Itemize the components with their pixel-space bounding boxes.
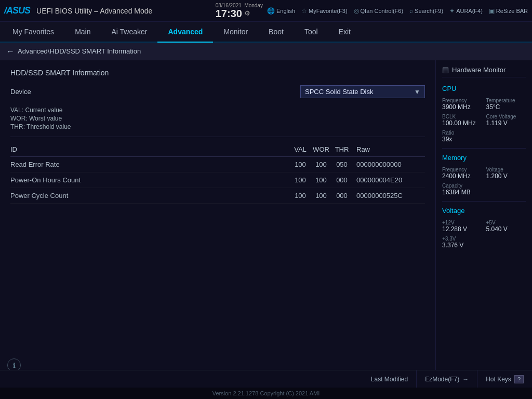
header-time-row: 17:30 ⚙: [216, 8, 250, 19]
device-select-value: SPCC Solid State Disk: [305, 88, 410, 96]
dropdown-arrow-icon: ▼: [414, 88, 420, 96]
hw-voltage-section: Voltage: [442, 207, 526, 215]
shortcut-myfavorite[interactable]: ☆ MyFavorite(F3): [301, 7, 348, 15]
navbar: My Favorites Main Ai Tweaker Advanced Mo…: [0, 22, 532, 43]
hw-cpu-bclk-label: BCLK: [442, 114, 482, 119]
row-2-id: Power Cycle Count: [10, 192, 290, 200]
nav-advanced[interactable]: Advanced: [157, 22, 213, 43]
resize-icon: ▣: [489, 7, 495, 15]
hw-cpu-vcore-label: Core Voltage: [486, 114, 526, 119]
hw-mem-voltage-value: 1.200 V: [486, 172, 526, 180]
row-2-thr: 000: [331, 192, 352, 200]
col-header-raw: Raw: [352, 145, 425, 153]
legend-thr: THR: Threshold value: [10, 123, 425, 130]
legend-area: VAL: Current value WOR: Worst value THR:…: [10, 107, 425, 130]
table-row: Power Cycle Count 100 100 000 0000000052…: [10, 188, 425, 204]
hw-memory-grid: Frequency 2400 MHz Voltage 1.200 V: [442, 167, 526, 180]
hw-cpu-bclk-value: 100.00 MHz: [442, 119, 482, 127]
hw-cpu-frequency-label: Frequency: [442, 98, 482, 103]
asus-logo-text: /ASUS: [4, 5, 30, 16]
shortcut-english[interactable]: 🌐 English: [267, 7, 295, 15]
nav-exit[interactable]: Exit: [328, 22, 361, 43]
row-0-wor: 100: [311, 161, 331, 168]
table-row: Read Error Rate 100 100 050 000000000000: [10, 157, 425, 172]
hw-v5: +5V 5.040 V: [486, 220, 526, 233]
nav-ai-tweaker[interactable]: Ai Tweaker: [101, 22, 157, 43]
hw-memory-section: Memory: [442, 154, 526, 162]
version-text: Version 2.21.1278 Copyright (C) 2021 AMI: [212, 390, 320, 396]
device-select-dropdown[interactable]: SPCC Solid State Disk ▼: [300, 85, 425, 98]
hw-cpu-frequency: Frequency 3900 MHz: [442, 98, 482, 111]
nav-boot[interactable]: Boot: [258, 22, 294, 43]
hw-cpu-temperature: Temperature 35°C: [486, 98, 526, 111]
globe-icon: 🌐: [267, 7, 275, 15]
row-0-id: Read Error Rate: [10, 161, 290, 168]
shortcut-aura[interactable]: ✦ AURA(F4): [449, 7, 483, 15]
header-time: 17:30: [216, 8, 242, 19]
col-header-id: ID: [10, 145, 290, 153]
nav-monitor[interactable]: Monitor: [213, 22, 258, 43]
hw-cpu-ratio: Ratio 39x: [442, 130, 526, 143]
device-label: Device: [10, 88, 52, 96]
footer-buttons: Last Modified EzMode(F7) → Hot Keys ?: [0, 370, 532, 388]
hw-v12-label: +12V: [442, 220, 482, 225]
device-row: Device SPCC Solid State Disk ▼: [10, 85, 425, 98]
row-1-id: Power-On Hours Count: [10, 176, 290, 184]
hw-capacity-label: Capacity: [442, 183, 526, 189]
hw-cpu-section: CPU: [442, 85, 526, 92]
footer-area: Last Modified EzMode(F7) → Hot Keys ? Ve…: [0, 370, 532, 399]
gear-icon[interactable]: ⚙: [244, 9, 250, 17]
hw-cpu-temp-value: 35°C: [486, 103, 526, 111]
main-layout: HDD/SSD SMART Information Device SPCC So…: [0, 60, 532, 377]
hw-cpu-temp-label: Temperature: [486, 98, 526, 103]
hw-cpu-frequency-value: 3900 MHz: [442, 103, 482, 111]
hw-v12: +12V 12.288 V: [442, 220, 482, 233]
nav-my-favorites[interactable]: My Favorites: [2, 22, 64, 43]
star-icon: ☆: [301, 7, 307, 15]
hw-voltage-grid: +12V 12.288 V +5V 5.040 V: [442, 220, 526, 233]
content-title: HDD/SSD SMART Information: [10, 69, 425, 77]
hw-mem-voltage-label: Voltage: [486, 167, 526, 172]
content-area: HDD/SSD SMART Information Device SPCC So…: [0, 60, 436, 377]
hw-mem-frequency: Frequency 2400 MHz: [442, 167, 482, 180]
nav-tool[interactable]: Tool: [294, 22, 328, 43]
row-0-val: 100: [290, 161, 311, 168]
shortcut-search[interactable]: ⌕ Search(F9): [409, 7, 443, 15]
footer-last-modified[interactable]: Last Modified: [363, 370, 416, 388]
legend-wor: WOR: Worst value: [10, 115, 425, 122]
hardware-monitor-panel: ▦ Hardware Monitor CPU Frequency 3900 MH…: [436, 60, 532, 377]
row-2-raw: 00000000525C: [352, 192, 425, 200]
breadcrumb-path: Advanced\HDD/SSD SMART Information: [18, 47, 141, 55]
hw-monitor-label: Hardware Monitor: [452, 66, 506, 74]
shortcut-qfan[interactable]: ◎ Qfan Control(F6): [354, 7, 404, 15]
hw-v33-value: 3.376 V: [442, 242, 526, 249]
asus-logo: /ASUS: [4, 5, 30, 16]
row-0-thr: 050: [331, 161, 352, 168]
row-2-val: 100: [290, 192, 311, 200]
nav-main[interactable]: Main: [64, 22, 101, 43]
row-0-raw: 000000000000: [352, 161, 425, 168]
aura-icon: ✦: [449, 7, 455, 15]
question-mark-icon: ?: [514, 375, 524, 383]
footer-hot-keys[interactable]: Hot Keys ?: [477, 370, 532, 388]
hw-ratio-value: 39x: [442, 136, 526, 143]
hw-mem-voltage: Voltage 1.200 V: [486, 167, 526, 180]
col-header-val: VAL: [290, 145, 311, 153]
header-date: 08/16/2021 Monday: [216, 3, 263, 8]
footer-ez-mode[interactable]: EzMode(F7) →: [416, 370, 477, 388]
hw-cpu-grid: Frequency 3900 MHz Temperature 35°C BCLK…: [442, 98, 526, 127]
hw-divider-1: [442, 148, 526, 149]
row-2-wor: 100: [311, 192, 331, 200]
hw-v33: +3.3V 3.376 V: [442, 236, 526, 249]
hw-capacity-value: 16384 MB: [442, 189, 526, 196]
hw-ratio-label: Ratio: [442, 130, 526, 136]
hw-cpu-bclk: BCLK 100.00 MHz: [442, 114, 482, 127]
hw-v5-value: 5.040 V: [486, 225, 526, 233]
row-1-val: 100: [290, 176, 311, 184]
hw-cpu-core-voltage: Core Voltage 1.119 V: [486, 114, 526, 127]
shortcut-resizebar[interactable]: ▣ ReSize BAR: [489, 7, 528, 15]
row-1-raw: 000000004E20: [352, 176, 425, 184]
header: /ASUS UEFI BIOS Utility – Advanced Mode …: [0, 0, 532, 22]
hw-v5-label: +5V: [486, 220, 526, 225]
breadcrumb-back-button[interactable]: ←: [6, 47, 15, 56]
